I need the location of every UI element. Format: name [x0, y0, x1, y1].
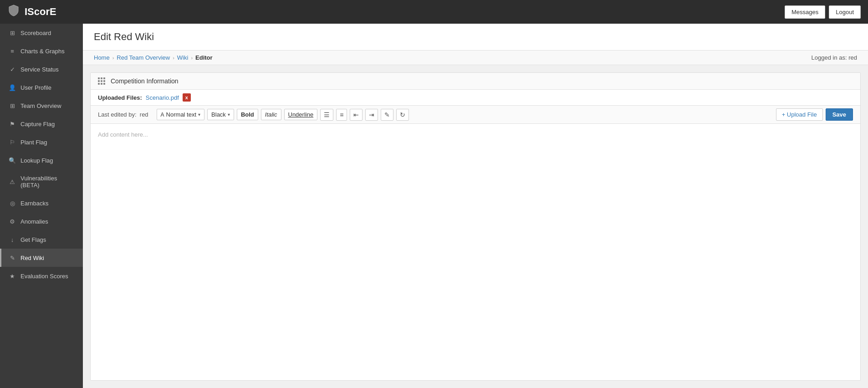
redo-button[interactable]: ↻: [396, 109, 409, 121]
text-style-dropdown[interactable]: A Normal text ▾: [157, 109, 204, 120]
flag-alt-icon: ⚐: [9, 138, 16, 146]
uploaded-file-link[interactable]: Scenario.pdf: [146, 94, 179, 101]
warning-icon: ⚠: [9, 178, 16, 185]
panel-grid-icon[interactable]: [98, 77, 105, 85]
breadcrumb-sep-2: ›: [173, 55, 174, 61]
breadcrumb: Home › Red Team Overview › Wiki › Editor: [94, 54, 213, 61]
sidebar-item-evaluation-scores[interactable]: ★ Evaluation Scores: [0, 267, 83, 285]
grid-dot: [103, 77, 105, 79]
messages-button[interactable]: Messages: [785, 5, 825, 19]
sidebar-item-label: Charts & Graphs: [20, 48, 65, 55]
color-caret: ▾: [228, 112, 230, 117]
shield-icon: [7, 4, 20, 20]
uploaded-files-label: Uploaded Files:: [98, 94, 142, 101]
breadcrumb-sep-3: ›: [191, 55, 193, 61]
file-remove-button[interactable]: x: [183, 93, 191, 102]
grid-dot: [98, 83, 100, 85]
breadcrumb-current: Editor: [195, 54, 213, 61]
sidebar-item-label: Scoreboard: [20, 30, 51, 36]
page-header: Edit Red Wiki: [83, 24, 868, 51]
last-edited-label: Last edited by: red: [98, 111, 148, 118]
page-title: Edit Red Wiki: [94, 31, 154, 43]
download-icon: ↓: [9, 236, 16, 243]
sidebar-item-anomalies[interactable]: ⚙ Anomalies: [0, 212, 83, 230]
content-area: Edit Red Wiki Home › Red Team Overview ›…: [83, 24, 868, 388]
breadcrumb-team[interactable]: Red Team Overview: [117, 54, 170, 61]
app-logo: IScorE: [7, 4, 56, 20]
sidebar-item-earnbacks[interactable]: ◎ Earnbacks: [0, 194, 83, 212]
indent-less-icon: ⇤: [353, 111, 359, 118]
search-icon: 🔍: [9, 157, 16, 164]
last-edited-user: red: [140, 111, 148, 118]
sidebar-item-get-flags[interactable]: ↓ Get Flags: [0, 230, 83, 249]
coin-icon: ◎: [9, 199, 16, 207]
sidebar-item-lookup-flag[interactable]: 🔍 Lookup Flag: [0, 151, 83, 169]
sidebar-item-label: Lookup Flag: [20, 157, 53, 164]
app-title: IScorE: [25, 6, 56, 18]
user-icon: 👤: [9, 84, 16, 91]
sidebar-item-plant-flag[interactable]: ⚐ Plant Flag: [0, 133, 83, 151]
bar-chart-icon: ≡: [9, 47, 16, 55]
panel-title: Competition Information: [111, 77, 179, 85]
editor-toolbar: Last edited by: red A Normal text ▾ Blac…: [91, 106, 860, 124]
grid-dot: [101, 83, 102, 85]
italic-button[interactable]: Italic: [261, 109, 281, 120]
gear-icon: ⚙: [9, 218, 16, 225]
sidebar-item-label: Team Overview: [20, 102, 61, 109]
edit-source-button[interactable]: ✎: [381, 109, 393, 121]
sidebar-item-label: Earnbacks: [20, 200, 48, 207]
bold-button[interactable]: Bold: [237, 109, 258, 120]
indent-more-icon: ⇥: [369, 111, 374, 118]
check-circle-icon: ✓: [9, 66, 16, 73]
text-style-icon: A: [161, 112, 164, 118]
ordered-list-icon: ≡: [340, 111, 343, 118]
sidebar-item-capture-flag[interactable]: ⚑ Capture Flag: [0, 115, 83, 133]
breadcrumb-wiki[interactable]: Wiki: [177, 54, 189, 61]
save-button[interactable]: Save: [826, 108, 853, 121]
sidebar-item-label: Capture Flag: [20, 121, 55, 128]
color-dropdown[interactable]: Black ▾: [207, 109, 234, 120]
color-label: Black: [211, 111, 226, 118]
editor-placeholder: Add content here...: [98, 131, 148, 138]
breadcrumb-home[interactable]: Home: [94, 54, 110, 61]
logged-in-text: Logged in as: red: [812, 54, 857, 61]
sidebar-item-label: Red Wiki: [20, 255, 44, 261]
unordered-list-button[interactable]: ☰: [320, 109, 333, 121]
sidebar-item-label: Anomalies: [20, 218, 48, 225]
grid-icon: ⊞: [9, 29, 16, 36]
text-style-label: Normal text: [166, 111, 196, 118]
sidebar-item-team-overview[interactable]: ⊞ Team Overview: [0, 97, 83, 115]
sidebar-item-label: Plant Flag: [20, 139, 47, 146]
list-icon: ☰: [324, 111, 330, 118]
grid-dot: [103, 83, 105, 85]
breadcrumb-sep-1: ›: [112, 55, 114, 61]
editor-content-area[interactable]: Add content here...: [91, 124, 860, 306]
logout-button[interactable]: Logout: [829, 5, 861, 19]
grid-dot: [101, 80, 102, 82]
sidebar-item-red-wiki[interactable]: ✎ Red Wiki: [0, 249, 83, 267]
ordered-list-button[interactable]: ≡: [336, 109, 347, 121]
sidebar-item-label: User Profile: [20, 84, 51, 91]
topbar-actions: Messages Logout: [785, 5, 861, 19]
sidebar: ⊞ Scoreboard ≡ Charts & Graphs ✓ Service…: [0, 24, 83, 388]
redo-icon: ↻: [400, 111, 405, 118]
sidebar-item-vulnerabilities[interactable]: ⚠ Vulnerabilities (BETA): [0, 169, 83, 194]
upload-file-button[interactable]: + Upload File: [776, 108, 823, 121]
underline-button[interactable]: Underline: [284, 109, 318, 120]
text-style-caret: ▾: [198, 112, 200, 117]
grid-dot: [103, 80, 105, 82]
sidebar-item-charts-graphs[interactable]: ≡ Charts & Graphs: [0, 42, 83, 60]
breadcrumb-bar: Home › Red Team Overview › Wiki › Editor…: [83, 51, 868, 65]
sidebar-item-service-status[interactable]: ✓ Service Status: [0, 60, 83, 78]
sidebar-item-scoreboard[interactable]: ⊞ Scoreboard: [0, 24, 83, 42]
grid2-icon: ⊞: [9, 102, 16, 109]
indent-more-button[interactable]: ⇥: [365, 109, 378, 121]
topbar: IScorE Messages Logout: [0, 0, 868, 24]
pencil-icon: ✎: [9, 254, 16, 261]
grid-dot: [98, 77, 100, 79]
indent-less-button[interactable]: ⇤: [350, 109, 363, 121]
uploaded-files-bar: Uploaded Files: Scenario.pdf x: [91, 90, 860, 106]
grid-dot: [98, 80, 100, 82]
sidebar-item-user-profile[interactable]: 👤 User Profile: [0, 78, 83, 97]
flag-icon: ⚑: [9, 120, 16, 128]
